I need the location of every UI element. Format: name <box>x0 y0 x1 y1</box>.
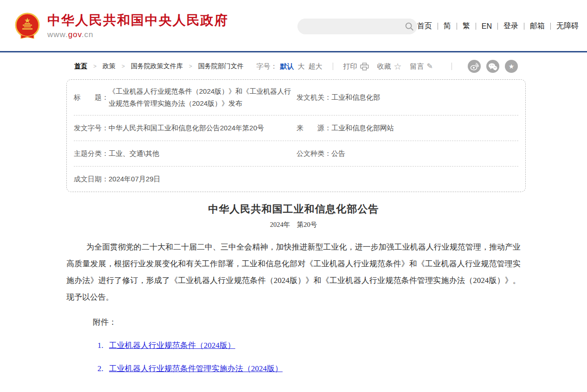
site-url-www: www. <box>47 30 68 39</box>
site-title: 中华人民共和国中央人民政府 <box>47 12 228 29</box>
nav-separator <box>457 23 457 30</box>
article: 中华人民共和国工业和信息化部公告 2024年 第20号 为全面贯彻党的二十大和二… <box>66 202 521 392</box>
top-nav: 首页 简 繁 EN 登录 邮箱 无障碍 <box>417 21 579 31</box>
meta-source-label: 来 源： <box>297 124 331 133</box>
national-emblem-icon <box>14 12 41 40</box>
attachment-1-number: 1. <box>97 341 103 350</box>
fontsize-xlarge-button[interactable]: 超大 <box>309 62 323 71</box>
fontsize-label: 字号： <box>257 62 277 71</box>
attachment-2-link[interactable]: 工业机器人行业规范条件管理实施办法（2024版） <box>109 364 283 373</box>
comment-label: 留言 <box>410 62 424 71</box>
meta-doc-number-value: 中华人民共和国工业和信息化部公告2024年第20号 <box>109 122 264 134</box>
attachment-1-link[interactable]: 工业机器人行业规范条件（2024版） <box>109 341 235 350</box>
meta-category-label: 主题分类： <box>74 149 109 158</box>
meta-cell-source: 来 源： 工业和信息化部网站 <box>297 116 518 141</box>
attachments-label: 附件： <box>93 317 521 328</box>
site-url-gov: gov <box>68 30 82 39</box>
breadcrumb-separator: > <box>189 63 192 70</box>
meta-row-title: 标 题： 《工业机器人行业规范条件（2024版）》和《工业机器人行业规范条件管理… <box>74 80 518 115</box>
print-label: 打印 <box>343 62 357 71</box>
printer-icon <box>360 63 369 71</box>
nav-item-login[interactable]: 登录 <box>503 21 518 31</box>
meta-cell-title: 标 题： 《工业机器人行业规范条件（2024版）》和《工业机器人行业规范条件管理… <box>74 80 297 115</box>
meta-title-value: 《工业机器人行业规范条件（2024版）》和《工业机器人行业规范条件管理实施办法（… <box>109 85 297 109</box>
breadcrumb-department-docs[interactable]: 国务院部门文件 <box>198 62 244 71</box>
meta-issuer-label: 发文机关： <box>297 93 331 102</box>
nav-separator <box>438 23 438 30</box>
document-meta-table: 标 题： 《工业机器人行业规范条件（2024版）》和《工业机器人行业规范条件管理… <box>66 79 526 192</box>
attachment-2-number: 2. <box>97 364 103 373</box>
fontsize-large-button[interactable]: 大 <box>298 62 305 71</box>
nav-separator <box>550 23 551 30</box>
meta-cell-issuer: 发文机关： 工业和信息化部 <box>297 86 518 109</box>
tools-separator <box>452 63 452 70</box>
wechat-icon <box>488 63 497 71</box>
nav-item-mail[interactable]: 邮箱 <box>530 21 545 31</box>
article-title: 中华人民共和国工业和信息化部公告 <box>66 202 521 216</box>
nav-item-home[interactable]: 首页 <box>417 21 432 31</box>
nav-item-english[interactable]: EN <box>482 22 492 31</box>
meta-doc-type-label: 公文种类： <box>297 149 331 158</box>
page: 中华人民共和国中央人民政府 www.gov.cn 首页 简 繁 EN <box>0 0 587 392</box>
site-url-cn: .cn <box>82 30 94 39</box>
meta-cell-doc-number: 发文字号： 中华人民共和国工业和信息化部公告2024年第20号 <box>74 116 297 141</box>
favorite-label: 收藏 <box>377 62 391 71</box>
share-weibo-button[interactable] <box>468 60 481 73</box>
tools-separator <box>333 63 333 70</box>
breadcrumb-separator: > <box>122 63 125 70</box>
meta-category-value: 工业、交通\其他 <box>109 148 159 160</box>
article-issue-number: 2024年 第20号 <box>66 220 521 229</box>
toolbar-row: 首页 > 政策 > 国务院政策文件库 > 国务院部门文件 字号： 默认 大 超大… <box>0 52 587 74</box>
breadcrumb: 首页 > 政策 > 国务院政策文件库 > 国务院部门文件 <box>74 62 244 71</box>
favorite-button[interactable]: 收藏 ☆ <box>377 62 402 71</box>
meta-cell-date: 成文日期： 2024年07月29日 <box>74 167 297 192</box>
meta-cell-doc-type: 公文种类： 公告 <box>297 141 518 166</box>
share-star-icon: ★ <box>509 63 515 70</box>
share-more-button[interactable]: ★ <box>505 60 518 73</box>
star-outline-icon: ☆ <box>394 62 402 71</box>
article-paragraph: 为全面贯彻党的二十大和二十届二中、三中全会精神，加快推进新型工业化，进一步加强工… <box>66 239 521 306</box>
nav-item-traditional[interactable]: 繁 <box>463 21 470 31</box>
weibo-icon <box>470 63 479 71</box>
pencil-icon: ✎ <box>427 63 433 70</box>
meta-issuer-value: 工业和信息化部 <box>331 91 380 103</box>
meta-source-value: 工业和信息化部网站 <box>331 122 394 134</box>
meta-date-value: 2024年07月29日 <box>109 173 161 185</box>
search-icon[interactable] <box>401 21 417 32</box>
meta-row-category: 主题分类： 工业、交通\其他 公文种类： 公告 <box>74 141 518 166</box>
search-box[interactable] <box>297 19 417 34</box>
page-tools: 字号： 默认 大 超大 打印 收藏 ☆ 留言 <box>257 60 518 73</box>
nav-separator <box>476 23 476 30</box>
attachment-item-2: 2. 工业机器人行业规范条件管理实施办法（2024版） <box>97 363 521 374</box>
breadcrumb-policy-library[interactable]: 国务院政策文件库 <box>131 62 183 71</box>
meta-title-label: 标 题： <box>74 93 109 102</box>
meta-cell-category: 主题分类： 工业、交通\其他 <box>74 141 297 166</box>
site-logo-link[interactable]: 中华人民共和国中央人民政府 www.gov.cn <box>14 12 228 40</box>
meta-row-date: 成文日期： 2024年07月29日 <box>74 166 518 192</box>
fontsize-default-button[interactable]: 默认 <box>280 62 294 71</box>
meta-doc-type-value: 公告 <box>331 148 345 160</box>
meta-doc-number-label: 发文字号： <box>74 124 109 133</box>
print-button[interactable]: 打印 <box>343 62 369 71</box>
logo-text: 中华人民共和国中央人民政府 www.gov.cn <box>47 12 228 39</box>
attachment-item-1: 1. 工业机器人行业规范条件（2024版） <box>97 340 521 351</box>
nav-item-accessibility[interactable]: 无障碍 <box>556 21 579 31</box>
breadcrumb-home[interactable]: 首页 <box>74 62 87 71</box>
nav-separator <box>497 23 498 30</box>
breadcrumb-separator: > <box>93 63 97 70</box>
comment-button[interactable]: 留言 ✎ <box>410 62 433 71</box>
share-wechat-button[interactable] <box>486 60 499 73</box>
meta-row-number: 发文字号： 中华人民共和国工业和信息化部公告2024年第20号 来 源： 工业和… <box>74 115 518 141</box>
nav-separator <box>524 23 524 30</box>
search-input[interactable] <box>297 19 401 34</box>
breadcrumb-policy[interactable]: 政策 <box>103 62 116 71</box>
nav-item-simplified[interactable]: 简 <box>444 21 451 31</box>
site-url: www.gov.cn <box>47 30 228 39</box>
site-header: 中华人民共和国中央人民政府 www.gov.cn 首页 简 繁 EN <box>0 0 587 52</box>
meta-date-label: 成文日期： <box>74 175 109 184</box>
